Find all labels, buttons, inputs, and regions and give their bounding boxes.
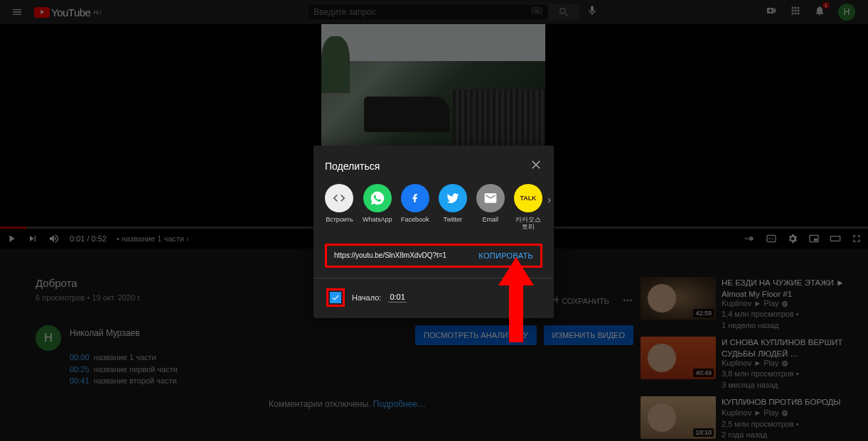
video-thumbnail: 42:59 (641, 277, 716, 320)
share-target-whatsapp[interactable]: WhatsApp (363, 184, 392, 224)
autoplay-toggle[interactable] (744, 233, 756, 244)
time-display: 0:01 / 0:52 (70, 234, 107, 243)
verified-icon (781, 360, 788, 367)
chapters-list: 00:00 название 1 части 00:25 название пе… (70, 352, 178, 387)
recommendation-item[interactable]: 42:59 НЕ ЕЗДИ НА ЧУЖИЕ ЭТАЖИ ► Almost My… (641, 277, 859, 331)
start-at-label: Начало: (352, 293, 381, 302)
svg-rect-2 (535, 9, 536, 10)
svg-rect-10 (814, 239, 818, 241)
video-frame (321, 24, 545, 146)
rec-channel: Kuplinov ► Play (722, 358, 859, 369)
more-icon (622, 295, 633, 306)
autoplay-icon (744, 233, 756, 244)
whatsapp-icon (363, 184, 392, 212)
chapter-link[interactable]: 00:41 название второй части (70, 375, 178, 387)
save-button[interactable]: СОХРАНИТЬ (547, 295, 609, 307)
play-icon (34, 7, 50, 18)
analytics-button[interactable]: ПОСМОТРЕТЬ АНАЛИТИКУ (415, 325, 537, 345)
email-icon (476, 184, 505, 212)
share-url-box: https://youtu.be/SlnX8mXdvDQ?t=1 КОПИРОВ… (325, 244, 542, 268)
fullscreen-icon (851, 233, 862, 244)
duration-badge: 40:49 (693, 369, 714, 377)
theater-icon (830, 233, 841, 244)
start-at-checkbox-highlight (326, 288, 345, 307)
country-code: RU (93, 9, 101, 16)
svg-text:TALK: TALK (520, 195, 536, 202)
theater-button[interactable] (830, 233, 841, 244)
video-thumbnail: 40:49 (641, 337, 716, 379)
verified-icon (781, 410, 788, 417)
captions-button[interactable] (766, 233, 777, 244)
recommendation-sidebar: 42:59 НЕ ЕЗДИ НА ЧУЖИЕ ЭТАЖИ ► Almost My… (641, 277, 859, 441)
rec-channel: Kuplinov ► Play (722, 408, 859, 418)
next-icon (27, 233, 38, 244)
copy-button[interactable]: КОПИРОВАТЬ (478, 251, 533, 260)
twitter-icon (439, 184, 467, 212)
svg-point-13 (627, 300, 629, 302)
search-button[interactable] (548, 4, 579, 21)
svg-point-12 (623, 300, 626, 302)
rec-channel: Kuplinov ► Play (722, 298, 859, 309)
recommendation-item[interactable]: 18:10 КУПЛИНОВ ПРОТИВ БОРОДЫ Kuplinov ► … (641, 396, 859, 440)
edit-video-button[interactable]: ИЗМЕНИТЬ ВИДЕО (544, 325, 633, 345)
menu-button[interactable] (0, 6, 34, 18)
voice-search-button[interactable] (586, 5, 598, 19)
svg-rect-5 (535, 11, 540, 12)
share-scroll-right[interactable]: › (547, 194, 551, 205)
rec-title: И СНОВА КУПЛИНОВ ВЕРШИТ СУДЬБЫ ЛЮДЕЙ … (722, 337, 859, 358)
close-icon (530, 158, 542, 171)
create-icon (766, 5, 777, 16)
play-button[interactable] (6, 233, 17, 244)
apps-icon (790, 5, 801, 16)
youtube-logo[interactable]: YouTube RU (34, 6, 101, 18)
check-icon (331, 293, 340, 302)
share-target-facebook[interactable]: Facebook (400, 184, 429, 224)
dialog-title: Поделиться (325, 160, 380, 172)
chapter-link[interactable]: 00:25 название первой части (70, 364, 178, 376)
app-header: YouTube RU 1 Н (0, 0, 868, 24)
captions-icon (766, 233, 777, 244)
channel-avatar[interactable]: Н (36, 325, 61, 351)
create-button[interactable] (766, 5, 777, 19)
more-button[interactable] (622, 295, 633, 307)
keyboard-icon[interactable] (531, 5, 542, 19)
apps-button[interactable] (790, 5, 801, 19)
rec-views: 3,8 млн просмотров • (722, 369, 859, 379)
share-target-kakao[interactable]: TALK카카오스토리 (513, 184, 542, 231)
settings-button[interactable] (787, 233, 798, 244)
svg-rect-11 (830, 236, 840, 241)
svg-rect-3 (537, 9, 538, 10)
close-button[interactable] (530, 158, 542, 174)
share-targets: Встроить WhatsApp Facebook Twitter Email… (325, 184, 542, 231)
account-avatar[interactable]: Н (838, 4, 855, 21)
search-form (307, 4, 598, 21)
start-at-time[interactable]: 0:01 (388, 293, 406, 303)
play-icon (6, 233, 17, 244)
comments-disabled: Комментарии отключены. Подробнее… (269, 399, 426, 409)
search-input[interactable] (307, 4, 552, 21)
duration-badge: 42:59 (693, 309, 714, 317)
kakao-icon: TALK (514, 184, 542, 212)
share-target-twitter[interactable]: Twitter (438, 184, 467, 224)
rec-age: 3 месяца назад (722, 380, 859, 391)
channel-name[interactable]: Николай Мурзаев (70, 328, 140, 338)
svg-point-14 (630, 300, 632, 302)
next-button[interactable] (27, 233, 38, 244)
recommendation-item[interactable]: 40:49 И СНОВА КУПЛИНОВ ВЕРШИТ СУДЬБЫ ЛЮД… (641, 337, 859, 391)
chapter-link[interactable]: 00:00 название 1 части (70, 352, 178, 364)
miniplayer-button[interactable] (808, 233, 820, 244)
share-target-embed[interactable]: Встроить (325, 184, 354, 224)
share-url[interactable]: https://youtu.be/SlnX8mXdvDQ?t=1 (334, 251, 446, 259)
rec-views: 2,5 млн просмотров • (722, 419, 859, 430)
share-target-email[interactable]: Email (476, 184, 505, 224)
start-at-checkbox[interactable] (330, 292, 341, 303)
svg-rect-8 (767, 235, 776, 241)
comments-learn-more[interactable]: Подробнее… (373, 399, 426, 409)
fullscreen-button[interactable] (851, 233, 862, 244)
notifications-button[interactable]: 1 (814, 5, 825, 19)
chapter-indicator[interactable]: • название 1 части › (117, 234, 188, 243)
hamburger-icon (11, 6, 23, 18)
duration-badge: 18:10 (693, 428, 714, 437)
miniplayer-icon (808, 233, 820, 244)
volume-button[interactable] (48, 233, 60, 244)
